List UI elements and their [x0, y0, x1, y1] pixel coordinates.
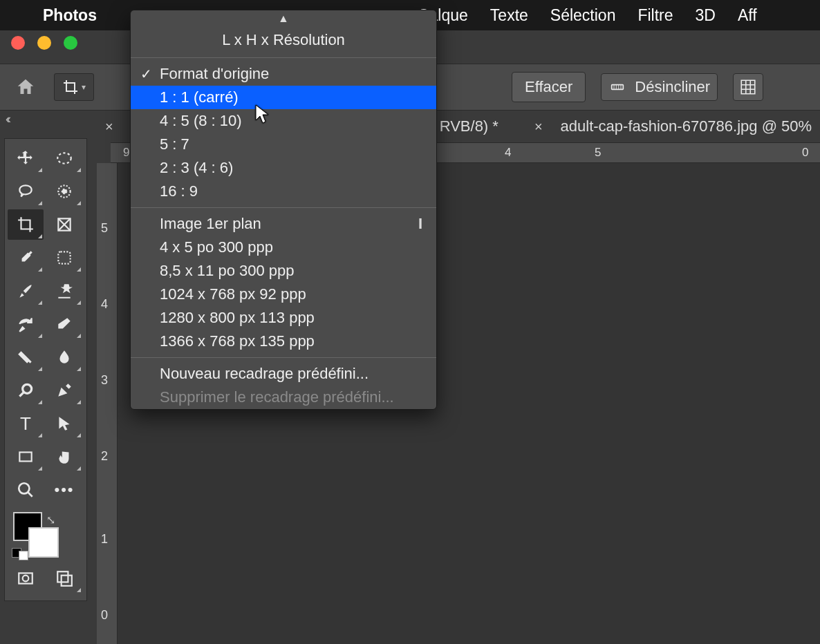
lasso-tool[interactable]	[8, 176, 44, 207]
dodge-tool[interactable]	[8, 375, 44, 406]
ruler-h-tick: 0	[802, 146, 808, 160]
rectangle-tool[interactable]	[8, 442, 44, 472]
svg-point-8	[19, 483, 29, 493]
home-button[interactable]	[12, 74, 39, 100]
svg-point-10	[23, 576, 29, 582]
grid-icon	[739, 78, 757, 96]
tab-close-icon[interactable]: ×	[105, 119, 113, 135]
ruler-v-tick: 0	[101, 608, 108, 623]
tab-2-label: adult-cap-fashion-670786.jpg @ 50%	[561, 117, 812, 135]
history-brush-tool[interactable]	[8, 309, 44, 339]
menu-affichage[interactable]: Aff	[738, 6, 757, 25]
quickmask-toggle[interactable]	[8, 563, 44, 594]
ruler-v-tick: 3	[101, 373, 108, 388]
svg-rect-0	[612, 85, 624, 90]
hand-tool[interactable]	[46, 442, 82, 472]
shortcut-label: I	[418, 215, 422, 233]
close-window-button[interactable]	[11, 36, 25, 50]
ruler-h-tick: 9	[123, 146, 129, 160]
panel-collapse-toggle[interactable]: ‹‹	[6, 112, 8, 126]
preset-1024x768-92[interactable]: 1024 x 768 px 92 ppp	[131, 283, 436, 306]
menu-filtre[interactable]: Filtre	[637, 6, 673, 25]
tab-2[interactable]: × adult-cap-fashion-670786.jpg @ 50%	[526, 117, 812, 135]
ruler-h-tick: 4	[505, 146, 511, 160]
menu-texte[interactable]: Texte	[490, 6, 528, 25]
crop-tool[interactable]	[8, 209, 44, 240]
app-name[interactable]: Photos	[43, 6, 97, 25]
menu-3d[interactable]: 3D	[696, 6, 716, 25]
tab-2-close-icon[interactable]: ×	[534, 119, 543, 135]
menu-selection[interactable]: Sélection	[550, 6, 616, 25]
vertical-ruler: 5 4 3 2 1 0	[97, 163, 118, 644]
preset-1366x768-135[interactable]: 1366 x 768 px 135 ppp	[131, 330, 436, 353]
ruler-v-tick: 2	[101, 449, 108, 464]
more-tools[interactable]: •••	[46, 475, 82, 505]
clear-button[interactable]: Effacer	[512, 72, 586, 102]
gradient-tool[interactable]	[8, 342, 44, 372]
svg-rect-12	[62, 576, 72, 586]
delete-crop-preset: Supprimer le recadrage prédéfini...	[131, 386, 436, 409]
eyedropper-tool[interactable]	[8, 243, 44, 273]
marquee-tool[interactable]	[46, 143, 82, 173]
brush-tool[interactable]	[8, 276, 44, 306]
preset-4-5[interactable]: 4 : 5 (8 : 10)	[131, 109, 436, 133]
default-colors-icon[interactable]	[12, 548, 28, 560]
tools-panel: T ••• ⤡	[4, 138, 87, 601]
preset-4x5-300[interactable]: 4 x 5 po 300 ppp	[131, 236, 436, 259]
pen-tool[interactable]	[46, 375, 82, 406]
quick-selection-tool[interactable]	[46, 176, 82, 207]
preset-1280x800-113[interactable]: 1280 x 800 px 113 ppp	[131, 306, 436, 330]
new-crop-preset[interactable]: Nouveau recadrage prédéfini...	[131, 362, 436, 386]
ruler-v-tick: 4	[101, 297, 108, 312]
ruler-h-tick: 5	[595, 146, 601, 160]
preset-8-5x11-300[interactable]: 8,5 x 11 po 300 ppp	[131, 259, 436, 283]
frame-tool[interactable]	[46, 209, 82, 240]
preset-original-ratio[interactable]: ✓ Format d'origine	[131, 62, 436, 86]
crop-preset-dropdown: ▲ L x H x Résolution ✓ Format d'origine …	[130, 10, 437, 410]
grid-overlay-button[interactable]	[733, 73, 763, 101]
preset-1-1[interactable]: 1 : 1 (carré)	[131, 86, 436, 109]
svg-rect-5	[58, 252, 70, 263]
window-controls	[11, 36, 77, 50]
straighten-icon	[608, 80, 626, 94]
svg-rect-7	[19, 453, 31, 462]
svg-point-3	[62, 189, 67, 194]
svg-point-1	[57, 153, 71, 163]
zoom-tool[interactable]	[8, 475, 44, 505]
zoom-window-button[interactable]	[64, 36, 77, 50]
minimize-window-button[interactable]	[37, 36, 51, 50]
preset-front-image[interactable]: Image 1er plan I	[131, 212, 436, 236]
blur-tool[interactable]	[46, 342, 82, 372]
eraser-tool[interactable]	[46, 309, 82, 339]
background-color[interactable]	[28, 527, 59, 558]
crop-tool-preset-button[interactable]: ▾	[54, 73, 94, 101]
patch-tool[interactable]	[46, 243, 82, 273]
ruler-v-tick: 5	[101, 221, 108, 236]
ruler-v-tick: 1	[101, 532, 108, 547]
move-tool[interactable]	[8, 143, 44, 173]
straighten-label: Désincliner	[635, 78, 710, 96]
chevron-down-icon: ▾	[82, 82, 86, 92]
preset-5-7[interactable]: 5 : 7	[131, 133, 436, 156]
svg-rect-11	[57, 571, 68, 582]
screen-mode-toggle[interactable]	[46, 563, 82, 594]
path-selection-tool[interactable]	[46, 408, 82, 439]
straighten-button[interactable]: Désincliner	[601, 73, 718, 101]
check-icon: ✓	[140, 66, 152, 82]
dropdown-scroll-up[interactable]: ▲	[131, 10, 436, 27]
color-swatches: ⤡	[8, 512, 84, 560]
preset-2-3[interactable]: 2 : 3 (4 : 6)	[131, 156, 436, 180]
preset-16-9[interactable]: 16 : 9	[131, 180, 436, 203]
dropdown-title: L x H x Résolution	[131, 27, 436, 53]
clone-stamp-tool[interactable]	[46, 276, 82, 306]
swap-colors-icon[interactable]: ⤡	[46, 513, 55, 527]
tab-1-label-fragment[interactable]: RVB/8) *	[440, 117, 498, 135]
type-tool[interactable]: T	[8, 408, 44, 439]
